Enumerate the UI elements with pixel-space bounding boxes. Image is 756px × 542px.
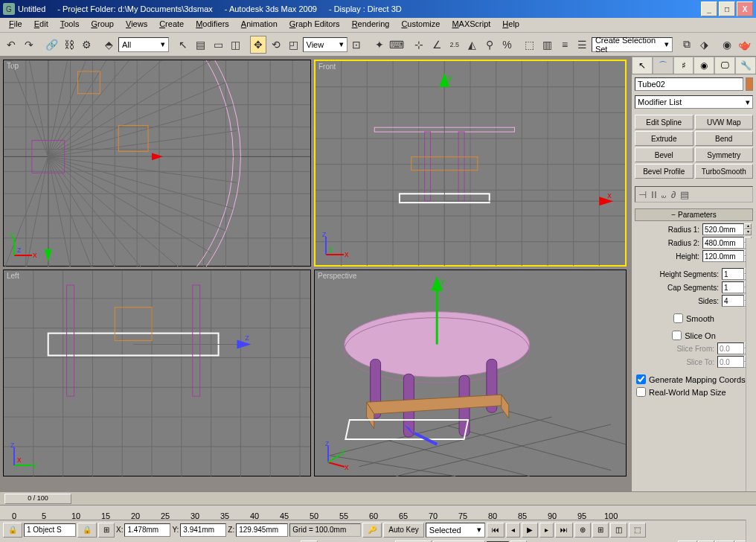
manipulate-icon[interactable]: ✦ (371, 36, 388, 54)
selection-lock-icon[interactable]: 🔒 (77, 523, 97, 538)
z-coord-input[interactable]: 129.945mm (236, 523, 288, 537)
minimize-button[interactable]: _ (701, 1, 717, 16)
tab-display-icon[interactable]: 🖵 (714, 57, 735, 74)
nav-region-icon[interactable]: ⬚ (629, 523, 646, 538)
y-coord-input[interactable]: 3.941mm (180, 523, 226, 537)
isolate-icon[interactable]: 🔑 (362, 523, 382, 538)
keymode-combo[interactable]: Selected▾ (426, 523, 485, 538)
btn-edit-spline[interactable]: Edit Spline (635, 115, 693, 130)
lock-icon[interactable]: 🔒 (3, 523, 22, 538)
angle-snap-icon[interactable]: ∠ (429, 36, 446, 54)
prev-frame-icon[interactable]: ◂ (506, 523, 520, 538)
tab-motion-icon[interactable]: ◉ (693, 57, 714, 74)
menu-customize[interactable]: Customize (395, 18, 446, 32)
viewport-top[interactable]: Top xyz (3, 60, 311, 267)
curve-editor-icon[interactable]: ⧉ (679, 36, 696, 54)
layers-icon[interactable]: ☰ (574, 36, 591, 54)
undo-icon[interactable]: ↶ (3, 36, 20, 54)
btn-extrude[interactable]: Extrude (635, 131, 693, 146)
scale-icon[interactable]: ◰ (285, 36, 302, 54)
rotate-icon[interactable]: ⟲ (267, 36, 284, 54)
selection-filter-combo[interactable]: All▾ (118, 37, 169, 52)
next-frame-icon[interactable]: ▸ (539, 523, 554, 538)
link-icon[interactable]: 🔗 (43, 36, 60, 54)
spinner-snap-icon[interactable]: ◭ (464, 36, 481, 54)
show-end-icon[interactable]: ⅠⅠ (651, 189, 657, 200)
menu-help[interactable]: Help (496, 18, 525, 32)
object-color-swatch[interactable] (746, 77, 753, 91)
time-slider[interactable]: 0 / 100 (0, 491, 756, 505)
tab-create-icon[interactable]: ↖ (632, 57, 653, 74)
percent-icon[interactable]: % (499, 36, 516, 54)
unlink-icon[interactable]: ⛓ (60, 36, 77, 54)
nav-fov-icon[interactable]: ◫ (610, 523, 627, 538)
select-region-icon[interactable]: ▭ (210, 36, 227, 54)
realworld-checkbox[interactable] (636, 387, 646, 397)
capseg-spinner[interactable]: 1 (722, 281, 744, 293)
menu-animation[interactable]: Animation (235, 18, 284, 32)
menu-rendering[interactable]: Rendering (346, 18, 396, 32)
window-crossing-icon[interactable]: ◫ (227, 36, 244, 54)
pin-stack-icon[interactable]: ⊣ (638, 189, 647, 200)
tab-utilities-icon[interactable]: 🔧 (735, 57, 756, 74)
rollout-parameters[interactable]: Parameters (635, 208, 753, 221)
select-icon[interactable]: ↖ (175, 36, 192, 54)
menu-views[interactable]: Views (120, 18, 153, 32)
menu-create[interactable]: Create (153, 18, 190, 32)
btn-bevel-profile[interactable]: Bevel Profile (635, 164, 693, 179)
menu-tools[interactable]: Tools (54, 18, 86, 32)
object-name-input[interactable] (635, 77, 743, 91)
spin-up-icon[interactable]: ▴ (744, 223, 752, 229)
material-icon[interactable]: ◉ (719, 36, 736, 54)
sliceon-checkbox[interactable] (672, 331, 682, 340)
named-sel-icon[interactable]: ⬚ (521, 36, 538, 54)
btn-symmetry[interactable]: Symmetry (695, 147, 754, 162)
nav-zoomall-icon[interactable]: ⊞ (592, 523, 609, 538)
keyboard-icon[interactable]: ⌨ (388, 36, 406, 54)
configure-icon[interactable]: ▤ (680, 189, 689, 200)
pivot-icon[interactable]: ⊡ (348, 36, 365, 54)
radius2-spinner[interactable]: 480.0mm (702, 237, 744, 249)
maximize-button[interactable]: □ (719, 1, 735, 16)
snap-icon[interactable]: ⊹ (411, 36, 428, 54)
snap-flyout-icon[interactable]: ⚲ (481, 36, 499, 54)
move-icon[interactable]: ✥ (250, 36, 267, 54)
mirror-icon[interactable]: ▥ (539, 36, 556, 54)
goto-end-icon[interactable]: ⏭ (555, 523, 573, 538)
modifier-list-combo[interactable]: Modifier List▾ (635, 95, 753, 109)
menu-grapheditors[interactable]: Graph Editors (284, 18, 346, 32)
btn-bevel[interactable]: Bevel (635, 147, 693, 162)
ref-coord-combo[interactable]: View▾ (303, 37, 348, 52)
menu-edit[interactable]: Edit (28, 18, 54, 32)
time-ruler[interactable]: 0 5 10 15 20 25 30 35 40 45 50 55 60 65 … (0, 505, 756, 520)
viewport-left[interactable]: Left z yzx (3, 270, 311, 476)
radius1-spinner[interactable]: 520.0mm (702, 223, 744, 235)
btn-bend[interactable]: Bend (695, 131, 754, 146)
viewport-perspective[interactable]: Perspective y xzy (314, 270, 627, 476)
redo-icon[interactable]: ↷ (21, 36, 38, 54)
smooth-checkbox[interactable] (673, 313, 683, 323)
schematic-icon[interactable]: ⬗ (696, 36, 713, 54)
select-name-icon[interactable]: ▤ (192, 36, 209, 54)
height-spinner[interactable]: 120.0mm (702, 250, 744, 262)
menu-file[interactable]: File (3, 18, 28, 32)
genmap-checkbox[interactable] (636, 374, 646, 384)
time-slider-handle[interactable]: 0 / 100 (4, 494, 71, 504)
bind-icon[interactable]: ⚙ (78, 36, 95, 54)
menu-maxscript[interactable]: MAXScript (446, 18, 496, 32)
menu-modifiers[interactable]: Modifiers (190, 18, 235, 32)
nav-zoom-icon[interactable]: ⊕ (574, 523, 591, 538)
play-icon[interactable]: ▶ (522, 523, 538, 538)
viewport-front[interactable]: Front x y xzy (314, 60, 627, 267)
autokey-button[interactable]: Auto Key (383, 523, 424, 538)
spin-down-icon[interactable]: ▾ (744, 229, 752, 235)
tab-hierarchy-icon[interactable]: ♯ (673, 57, 694, 74)
menu-group[interactable]: Group (85, 18, 120, 32)
remove-mod-icon[interactable]: ∂ (671, 189, 676, 200)
named-selection-combo[interactable]: Create Selection Set▾ (592, 37, 673, 52)
goto-start-icon[interactable]: ⏮ (487, 523, 504, 538)
tab-modify-icon[interactable]: ⌒ (653, 57, 673, 74)
close-button[interactable]: X (737, 1, 753, 16)
make-unique-icon[interactable]: ⩊ (662, 189, 667, 200)
btn-turbosmooth[interactable]: TurboSmooth (695, 164, 754, 179)
